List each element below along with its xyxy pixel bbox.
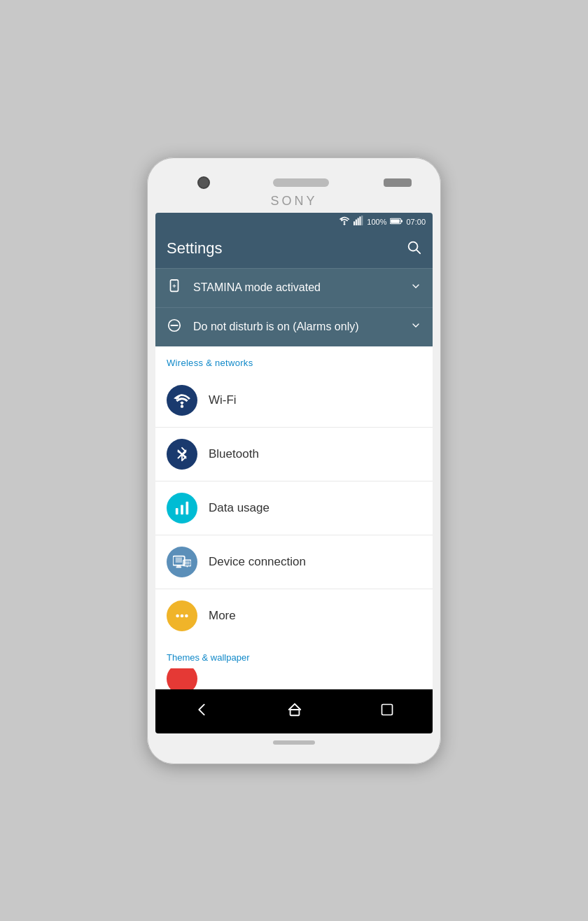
notification-bar: + STAMINA mode activated <box>155 268 433 346</box>
svg-rect-22 <box>177 565 181 566</box>
svg-rect-8 <box>391 219 400 223</box>
more-item[interactable]: More <box>155 589 433 642</box>
wireless-section-header: Wireless & networks <box>155 346 433 374</box>
stamina-battery-icon: + <box>167 279 182 297</box>
wifi-icon <box>167 385 197 416</box>
clock: 07:00 <box>406 218 426 226</box>
dnd-notification[interactable]: Do not disturb is on (Alarms only) <box>155 307 433 346</box>
speaker <box>273 178 329 187</box>
svg-point-16 <box>181 405 183 407</box>
dnd-chevron-icon <box>410 320 421 334</box>
dnd-icon <box>167 318 182 337</box>
data-usage-icon <box>167 493 197 523</box>
svg-point-29 <box>185 614 188 617</box>
search-button[interactable] <box>406 239 421 258</box>
themes-partial-icon <box>167 668 197 689</box>
svg-point-28 <box>181 614 184 617</box>
dnd-text: Do not disturb is on (Alarms only) <box>193 321 410 333</box>
svg-rect-3 <box>358 218 359 225</box>
svg-rect-30 <box>290 710 300 715</box>
home-button[interactable] <box>273 699 316 724</box>
battery-icon <box>390 216 402 228</box>
back-button[interactable] <box>180 699 223 724</box>
svg-rect-5 <box>362 216 363 225</box>
wireless-settings-list: Wi-Fi Bluetooth <box>155 374 433 642</box>
camera-icon <box>197 176 210 189</box>
themes-section-header: Themes & wallpaper <box>155 642 433 668</box>
bluetooth-icon <box>167 439 197 470</box>
phone-screen: 100% 07:00 Settings <box>155 213 433 733</box>
svg-rect-7 <box>401 220 402 222</box>
device-connection-icon <box>167 547 197 577</box>
svg-rect-23 <box>176 566 181 568</box>
power-button[interactable] <box>384 178 412 187</box>
svg-line-10 <box>416 250 420 253</box>
bluetooth-item[interactable]: Bluetooth <box>155 428 433 481</box>
bluetooth-label: Bluetooth <box>209 447 259 461</box>
svg-rect-21 <box>176 557 182 562</box>
svg-point-0 <box>344 223 346 225</box>
svg-rect-4 <box>360 216 361 225</box>
stamina-chevron-icon <box>410 281 421 295</box>
svg-rect-2 <box>356 219 357 225</box>
svg-text:+: + <box>172 282 176 289</box>
signal-icon <box>354 216 363 228</box>
wifi-status-icon <box>339 216 350 227</box>
data-usage-item[interactable]: Data usage <box>155 481 433 535</box>
nav-bar <box>155 689 433 733</box>
data-usage-label: Data usage <box>209 501 270 515</box>
app-header: Settings <box>155 231 433 268</box>
recents-button[interactable] <box>366 700 408 723</box>
svg-rect-17 <box>176 508 178 514</box>
phone-bottom <box>155 740 433 745</box>
themes-partial-item[interactable] <box>155 668 433 689</box>
status-icons: 100% 07:00 <box>339 216 426 228</box>
wifi-item[interactable]: Wi-Fi <box>155 374 433 428</box>
content-area: Wireless & networks Wi-Fi <box>155 346 433 689</box>
wifi-label: Wi-Fi <box>209 393 237 407</box>
battery-percent: 100% <box>367 218 386 226</box>
phone-top <box>155 178 433 187</box>
stamina-notification[interactable]: + STAMINA mode activated <box>155 268 433 307</box>
bottom-bar <box>273 740 315 745</box>
svg-rect-18 <box>181 505 183 514</box>
svg-rect-1 <box>354 221 355 225</box>
svg-rect-31 <box>382 704 392 715</box>
svg-rect-25 <box>185 561 190 565</box>
brand-label: SONY <box>155 194 433 209</box>
more-icon <box>167 600 197 631</box>
page-title: Settings <box>167 239 223 258</box>
svg-point-27 <box>176 614 179 617</box>
device-connection-item[interactable]: Device connection <box>155 535 433 589</box>
stamina-text: STAMINA mode activated <box>193 281 410 294</box>
status-bar: 100% 07:00 <box>155 213 433 231</box>
phone-frame: SONY <box>147 157 441 764</box>
svg-rect-19 <box>186 501 189 514</box>
more-label: More <box>209 609 236 623</box>
device-connection-label: Device connection <box>209 555 306 569</box>
